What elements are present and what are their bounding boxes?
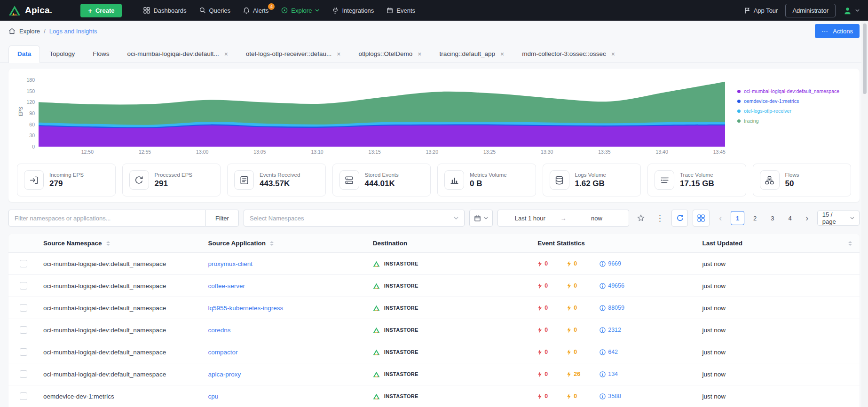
- source-application-link[interactable]: lq5955-kubernetes-ingress: [208, 305, 283, 312]
- warning-bolt-icon: [567, 393, 571, 399]
- previous-page-button[interactable]: ‹: [714, 211, 727, 225]
- source-application-link[interactable]: apica-proxy: [208, 371, 241, 378]
- next-page-button[interactable]: ›: [801, 211, 813, 225]
- source-application-link[interactable]: compactor: [208, 349, 237, 356]
- error-bolt-icon: [537, 283, 542, 289]
- filter-input[interactable]: [8, 210, 206, 227]
- row-checkbox[interactable]: [20, 326, 27, 334]
- tab-topology[interactable]: Topology: [41, 46, 83, 63]
- page-3-button[interactable]: 3: [765, 211, 779, 225]
- nav-item-alerts[interactable]: Alerts 4: [243, 7, 268, 14]
- source-application-link[interactable]: cpu: [208, 393, 218, 400]
- more-options-button[interactable]: ⋮: [653, 210, 667, 226]
- destination-cell: INSTASTORE: [365, 327, 530, 333]
- top-navbar: Apica. + Create Dashboards Queries Alert…: [0, 0, 868, 21]
- stacked-area-plot[interactable]: [39, 76, 725, 147]
- info-count[interactable]: 2312: [600, 327, 621, 333]
- destination-cell: INSTASTORE: [365, 349, 530, 355]
- refresh-button[interactable]: [671, 210, 688, 227]
- nav-item-explore[interactable]: Explore: [281, 7, 319, 14]
- apps-grid-button[interactable]: [693, 210, 709, 227]
- create-button[interactable]: + Create: [80, 4, 122, 17]
- x-axis-tick: 13:20: [426, 149, 438, 155]
- info-count[interactable]: 134: [600, 371, 618, 377]
- close-icon[interactable]: ×: [500, 51, 504, 57]
- time-range-picker[interactable]: Last 1 hour → now: [497, 210, 629, 227]
- metrics-overview-card: EPS 0306090120150180 12:5012:5513:0013:0…: [8, 69, 860, 202]
- tab-data[interactable]: Data: [8, 45, 40, 63]
- filter-toolbar: Filter Select Namespaces Last 1 hour → n…: [8, 210, 860, 227]
- app-tour-button[interactable]: App Tour: [744, 7, 778, 14]
- row-checkbox[interactable]: [20, 282, 27, 290]
- user-menu[interactable]: [843, 7, 860, 15]
- tab-flows[interactable]: Flows: [84, 46, 118, 63]
- page-4-button[interactable]: 4: [783, 211, 797, 225]
- row-checkbox[interactable]: [20, 304, 27, 312]
- page-1-button[interactable]: 1: [731, 211, 744, 225]
- row-checkbox[interactable]: [20, 370, 27, 378]
- dots-horizontal-icon: ⋯: [821, 28, 829, 34]
- legend-item[interactable]: tracing: [737, 118, 851, 124]
- apica-logo[interactable]: Apica.: [8, 5, 52, 16]
- scrollbar-thumb[interactable]: [863, 23, 867, 94]
- table-header-last-updated[interactable]: Last Updated: [695, 240, 860, 247]
- time-range-start[interactable]: Last 1 hour: [503, 215, 558, 222]
- nav-item-integrations[interactable]: Integrations: [332, 7, 374, 14]
- breadcrumb-current[interactable]: Logs and Insights: [49, 28, 97, 35]
- breadcrumb-section[interactable]: Explore: [19, 28, 40, 35]
- session-tab[interactable]: mdm-collector-3:ossec::ossec ×: [513, 46, 623, 63]
- sort-icon[interactable]: [848, 241, 852, 246]
- info-count[interactable]: 49656: [600, 282, 624, 289]
- legend-item[interactable]: oemdevice-dev-1:metrics: [737, 98, 851, 104]
- namespace-select[interactable]: Select Namespaces: [244, 210, 465, 227]
- x-axis-tick: 13:35: [598, 149, 610, 155]
- session-tab[interactable]: otlplogs::OtelDemo ×: [350, 46, 430, 63]
- row-checkbox[interactable]: [20, 260, 27, 267]
- administrator-button[interactable]: Administrator: [785, 4, 836, 17]
- session-tab[interactable]: oci-mumbai-logiqai-dev:default... ×: [119, 46, 237, 63]
- favorite-star-button[interactable]: [634, 210, 648, 226]
- warning-bolt-icon: [567, 283, 571, 289]
- legend-item[interactable]: oci-mumbai-logiqai-dev:default_namespace: [737, 88, 851, 94]
- info-count[interactable]: 3588: [600, 393, 621, 399]
- legend-item[interactable]: otel-logs-otlp-receiver: [737, 108, 851, 114]
- table-row: oci-mumbai-logiqai-dev:default_namespace…: [8, 297, 860, 319]
- row-checkbox[interactable]: [20, 348, 27, 356]
- row-checkbox[interactable]: [20, 392, 27, 400]
- sort-icon[interactable]: [106, 241, 110, 246]
- source-application-link[interactable]: coredns: [208, 327, 230, 334]
- nav-item-queries[interactable]: Queries: [199, 7, 231, 14]
- events-received-icon: [234, 170, 254, 190]
- page-size-select[interactable]: 15 / page: [817, 211, 860, 226]
- page-2-button[interactable]: 2: [748, 211, 762, 225]
- nav-item-dashboards[interactable]: Dashboards: [143, 7, 186, 14]
- logo-text: Apica.: [25, 5, 52, 16]
- info-count[interactable]: 642: [600, 349, 618, 355]
- warning-bolt-icon: [567, 371, 571, 377]
- actions-button[interactable]: ⋯ Actions: [815, 24, 860, 38]
- vertical-scrollbar[interactable]: [861, 21, 868, 407]
- legend-dot: [737, 100, 741, 103]
- nav-item-events[interactable]: Events: [387, 7, 415, 14]
- sort-icon[interactable]: [270, 241, 274, 246]
- filter-button[interactable]: Filter: [205, 210, 239, 227]
- session-tab[interactable]: otel-logs-otlp-receiver::defau... ×: [237, 46, 349, 63]
- info-count[interactable]: 88059: [600, 305, 624, 311]
- source-application-link[interactable]: coffee-server: [208, 282, 245, 290]
- time-range-end[interactable]: now: [569, 215, 624, 222]
- close-icon[interactable]: ×: [224, 51, 228, 57]
- event-statistics-cell: 0 0 9669: [530, 260, 694, 267]
- y-axis-tick: 30: [29, 133, 35, 138]
- calendar-mode-button[interactable]: [469, 210, 493, 227]
- close-icon[interactable]: ×: [611, 51, 615, 57]
- close-icon[interactable]: ×: [418, 51, 421, 57]
- table-header-source-namespace[interactable]: Source Namespace: [36, 240, 200, 247]
- close-icon[interactable]: ×: [337, 51, 340, 57]
- info-count[interactable]: 9669: [600, 260, 621, 267]
- last-updated-cell: just now: [695, 282, 860, 290]
- pagination: ‹ 1 2 3 4 › 15 / page: [714, 211, 860, 226]
- table-header-source-application[interactable]: Source Application: [200, 240, 365, 247]
- source-application-link[interactable]: proxymux-client: [208, 260, 253, 267]
- error-count: 0: [537, 260, 567, 267]
- session-tab[interactable]: tracing::default_app ×: [431, 46, 513, 63]
